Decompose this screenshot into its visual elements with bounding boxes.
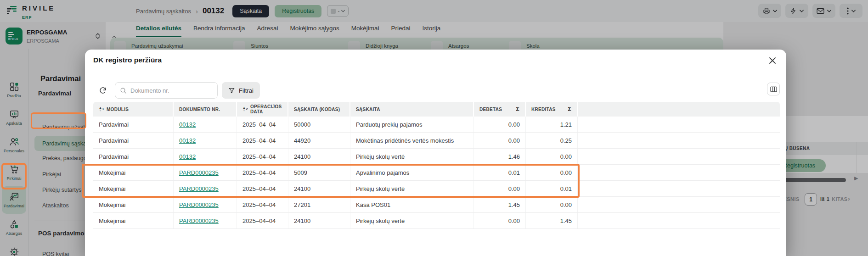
cell-operacijos-data: 2025–04–04 — [237, 133, 288, 148]
dk-table-body: Pardavimai 00132 2025–04–04 50000 Parduo… — [93, 117, 780, 229]
refresh-icon — [99, 86, 107, 95]
cell-debetas: 0.00 — [474, 133, 526, 148]
table-row[interactable]: Pardavimai 00132 2025–04–04 24100 Pirkėj… — [93, 149, 780, 165]
cell-modulis: Pardavimai — [93, 149, 174, 164]
cell-kreditas: 0.00 — [526, 197, 578, 212]
cell-debetas: 0.01 — [474, 165, 526, 180]
cell-kreditas: 1.21 — [526, 117, 578, 132]
cell-filler — [578, 213, 780, 228]
search-input[interactable] — [130, 87, 213, 94]
refresh-button[interactable] — [99, 86, 107, 95]
cell-saskaita: Pirkėjų skolų vertė — [350, 149, 474, 164]
cell-saskaita: Kasa POS01 — [350, 197, 474, 212]
sum-icon[interactable]: Σ — [568, 107, 571, 112]
cell-debetas: 0.00 — [474, 213, 526, 228]
cell-debetas: 1.46 — [474, 149, 526, 164]
document-link[interactable]: PARD0000235 — [179, 185, 219, 192]
document-link[interactable]: 00132 — [179, 153, 196, 160]
cell-dokumento-nr: PARD0000235 — [174, 165, 237, 180]
close-icon[interactable] — [769, 57, 776, 64]
cell-saskaitos-kodas: 50000 — [288, 117, 350, 132]
sort-ascending-icon: ▲▼2 — [242, 106, 248, 112]
table-row[interactable]: Mokėjimai PARD0000235 2025–04–04 24100 P… — [93, 213, 780, 229]
cell-operacijos-data: 2025–04–04 — [237, 213, 288, 228]
document-link[interactable]: 00132 — [179, 137, 196, 144]
sum-icon[interactable]: Σ — [516, 107, 519, 112]
column-header-filler — [578, 102, 780, 117]
cell-saskaita: Pirkėjų skolų vertė — [350, 213, 474, 228]
cell-kreditas: 1.45 — [526, 213, 578, 228]
cell-debetas: 0.00 — [474, 117, 526, 132]
cell-filler — [578, 149, 780, 164]
cell-operacijos-data: 2025–04–04 — [237, 149, 288, 164]
cell-dokumento-nr: 00132 — [174, 133, 237, 148]
cell-dokumento-nr: PARD0000235 — [174, 197, 237, 212]
column-header-modulis[interactable]: ▲▼1 MODULIS — [93, 102, 174, 117]
cell-filler — [578, 165, 780, 180]
cell-modulis: Mokėjimai — [93, 165, 174, 180]
document-link[interactable]: PARD0000235 — [179, 169, 219, 176]
cell-modulis: Pardavimai — [93, 133, 174, 148]
cell-dokumento-nr: PARD0000235 — [174, 181, 237, 196]
cell-saskaita: Mokėtinas pridėtinės vertės mokestis — [350, 133, 474, 148]
cell-filler — [578, 133, 780, 148]
search-icon — [120, 87, 127, 94]
cell-modulis: Mokėjimai — [93, 181, 174, 196]
cell-modulis: Pardavimai — [93, 117, 174, 132]
app-window: RIVILE ERP Pardavimų sąskaitos › 00132 S… — [0, 0, 868, 256]
modal-title: DK registro peržiūra — [93, 56, 162, 64]
column-header-debetas[interactable]: DEBETASΣ — [474, 102, 526, 117]
cell-dokumento-nr: 00132 — [174, 149, 237, 164]
table-row[interactable]: Pardavimai 00132 2025–04–04 50000 Parduo… — [93, 117, 780, 133]
cell-saskaitos-kodas: 24100 — [288, 213, 350, 228]
cell-kreditas: 0.00 — [526, 165, 578, 180]
cell-modulis: Mokėjimai — [93, 197, 174, 212]
cell-saskaitos-kodas: 24100 — [288, 181, 350, 196]
cell-kreditas: 0.01 — [526, 181, 578, 196]
cell-operacijos-data: 2025–04–04 — [237, 165, 288, 180]
cell-filler — [578, 117, 780, 132]
cell-saskaitos-kodas: 5009 — [288, 165, 350, 180]
cell-saskaitos-kodas: 27201 — [288, 197, 350, 212]
dk-register-table: ▲▼1 MODULIS DOKUMENTO NR. ▲▼2 OPERACIJOS… — [93, 102, 780, 229]
cell-filler — [578, 181, 780, 196]
columns-icon — [770, 86, 777, 92]
document-link[interactable]: 00132 — [179, 121, 196, 128]
cell-operacijos-data: 2025–04–04 — [237, 117, 288, 132]
cell-saskaita: Pirkėjų skolų vertė — [350, 181, 474, 196]
cell-saskaitos-kodas: 24100 — [288, 149, 350, 164]
document-link[interactable]: PARD0000235 — [179, 201, 219, 208]
cell-filler — [578, 197, 780, 212]
table-row[interactable]: Mokėjimai PARD0000235 2025–04–04 5009 Ap… — [93, 165, 780, 181]
filter-button[interactable]: Filtrai — [222, 82, 260, 99]
dk-register-modal: DK registro peržiūra Filtrai ▲▼1 MODULIS — [85, 50, 786, 256]
cell-debetas: 0.00 — [474, 181, 526, 196]
cell-saskaita: Apvalinimo pajamos — [350, 165, 474, 180]
cell-kreditas: 0.25 — [526, 133, 578, 148]
table-row[interactable]: Mokėjimai PARD0000235 2025–04–04 24100 P… — [93, 181, 780, 197]
cell-kreditas: 0.00 — [526, 149, 578, 164]
cell-operacijos-data: 2025–04–04 — [237, 181, 288, 196]
column-header-saskaita-kodas[interactable]: SĄSKAITA (KODAS) — [288, 102, 350, 117]
cell-debetas: 1.45 — [474, 197, 526, 212]
table-row[interactable]: Mokėjimai PARD0000235 2025–04–04 27201 K… — [93, 197, 780, 213]
column-header-dokumento-nr[interactable]: DOKUMENTO NR. — [174, 102, 237, 117]
search-field[interactable] — [115, 82, 218, 99]
cell-dokumento-nr: 00132 — [174, 117, 237, 132]
cell-modulis: Mokėjimai — [93, 213, 174, 228]
cell-dokumento-nr: PARD0000235 — [174, 213, 237, 228]
table-columns-button[interactable] — [767, 83, 780, 95]
cell-saskaitos-kodas: 44920 — [288, 133, 350, 148]
sort-ascending-icon: ▲▼1 — [99, 106, 104, 112]
column-header-operacijos-data[interactable]: ▲▼2 OPERACIJOS DATA — [237, 102, 288, 117]
table-row[interactable]: Pardavimai 00132 2025–04–04 44920 Mokėti… — [93, 133, 780, 149]
table-header-row: ▲▼1 MODULIS DOKUMENTO NR. ▲▼2 OPERACIJOS… — [93, 102, 780, 117]
document-link[interactable]: PARD0000235 — [179, 217, 219, 224]
column-header-saskaita[interactable]: SĄSKAITA — [350, 102, 474, 117]
funnel-icon — [228, 87, 235, 94]
cell-operacijos-data: 2025–04–04 — [237, 197, 288, 212]
column-header-kreditas[interactable]: KREDITASΣ — [526, 102, 578, 117]
cell-saskaita: Parduotų prekių pajamos — [350, 117, 474, 132]
